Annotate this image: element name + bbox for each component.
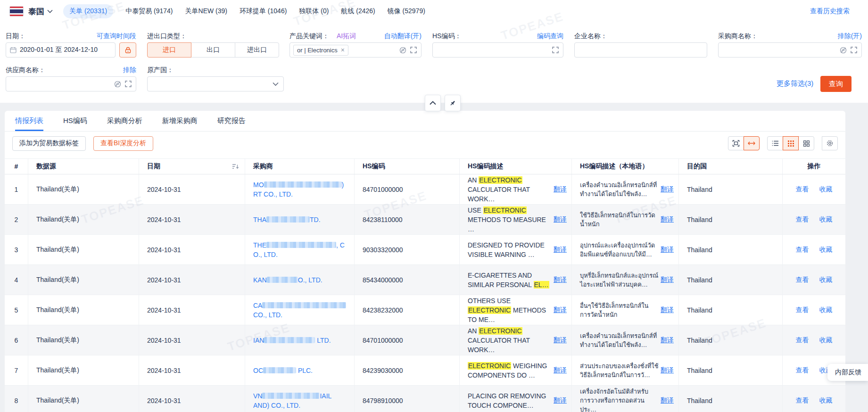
topbar-tab[interactable]: 中泰贸易 (9174)	[125, 7, 173, 16]
hs-code-lookup-link[interactable]: 编码查询	[537, 32, 563, 41]
panel-tab[interactable]: 研究报告	[217, 111, 246, 131]
view-bi-analysis-button[interactable]: 查看BI深度分析	[93, 136, 153, 151]
translate-link[interactable]: 翻译	[554, 246, 567, 254]
view-link[interactable]: 查看	[796, 215, 809, 224]
translate-link[interactable]: 翻译	[554, 366, 567, 375]
translate-link[interactable]: 翻译	[661, 276, 674, 284]
view-link[interactable]: 查看	[796, 396, 809, 405]
favorite-link[interactable]: 收藏	[819, 185, 833, 194]
topbar-tab[interactable]: 关单 (20331)	[63, 4, 113, 18]
pin-filters-button[interactable]	[445, 95, 461, 111]
expand-icon[interactable]	[125, 81, 132, 87]
translate-link[interactable]: 翻译	[554, 215, 567, 224]
cell-hs-desc-local: อุปกรณ์และเครื่องอุปกรณ์วัดอิมพีแดนซ์ที่…	[572, 235, 679, 264]
card-view-button[interactable]	[798, 136, 814, 150]
redacted-text	[264, 181, 342, 188]
country-selector[interactable]: 泰国	[28, 6, 44, 17]
origin-country-select[interactable]	[147, 76, 284, 91]
auto-translate-link[interactable]: 自动翻译(开)	[384, 32, 422, 41]
topbar-tab[interactable]: 航线 (2426)	[341, 7, 375, 16]
hs-code-input[interactable]	[432, 42, 563, 58]
translate-link[interactable]: 翻译	[661, 396, 674, 405]
buyer-link[interactable]: IAN LTD.	[253, 336, 331, 345]
buyer-name-input[interactable]	[718, 42, 862, 58]
favorite-link[interactable]: 收藏	[819, 276, 833, 284]
company-input[interactable]	[574, 42, 707, 58]
buyer-link[interactable]: THE, CO., LTD.	[253, 240, 345, 259]
keyword-input[interactable]: or | Electronics ×	[289, 42, 422, 58]
translate-link[interactable]: 翻译	[661, 366, 674, 375]
favorite-link[interactable]: 收藏	[819, 246, 833, 254]
dense-grid-view-button[interactable]	[783, 136, 799, 150]
view-link[interactable]: 查看	[796, 185, 809, 194]
buyer-link[interactable]: VNIAILAND) CO., LTD.	[253, 391, 331, 410]
pin-icon	[449, 100, 456, 107]
buyer-exclude-link[interactable]: 排除(开)	[838, 32, 862, 41]
view-link[interactable]: 查看	[796, 366, 809, 375]
buyer-link[interactable]: MO)RT CO., LTD.	[253, 180, 344, 199]
fit-width-button[interactable]	[728, 136, 744, 150]
topbar-tab[interactable]: 镜像 (52979)	[388, 7, 425, 16]
translate-link[interactable]: 翻译	[554, 336, 567, 345]
expand-icon[interactable]	[851, 47, 857, 53]
topbar-tab[interactable]: 独联体 (0)	[299, 7, 329, 16]
buyer-link[interactable]: OC PLC.	[253, 366, 313, 375]
exact-match-icon[interactable]	[114, 81, 121, 88]
date-range-input[interactable]: 2020-01-01 至 2024-12-10	[6, 42, 116, 58]
favorite-link[interactable]: 收藏	[819, 396, 833, 405]
view-link[interactable]: 查看	[796, 246, 809, 254]
exact-match-icon[interactable]	[399, 47, 406, 54]
buyer-link[interactable]: THATD.	[253, 215, 321, 224]
list-view-button[interactable]	[767, 136, 783, 150]
cell-date: 2024-10-31	[139, 235, 245, 264]
more-filters-link[interactable]: 更多筛选(3)	[777, 79, 813, 88]
trade-type-label: 进出口类型：	[147, 32, 187, 41]
date-range-hint-link[interactable]: 可查询时间段	[97, 32, 136, 41]
supplier-exclude-link[interactable]: 排除	[123, 66, 136, 74]
history-search-link[interactable]: 查看历史搜索	[810, 7, 850, 16]
translate-link[interactable]: 翻译	[554, 306, 567, 314]
translate-link[interactable]: 翻译	[661, 246, 674, 254]
translate-link[interactable]: 翻译	[554, 396, 567, 405]
table-settings-button[interactable]	[822, 136, 838, 150]
translate-link[interactable]: 翻译	[554, 185, 567, 194]
translate-link[interactable]: 翻译	[661, 185, 674, 194]
trade-type-option[interactable]: 进口	[147, 42, 191, 58]
buyer-link[interactable]: CACO., LTD.	[253, 301, 346, 320]
tag-close-icon[interactable]: ×	[341, 47, 345, 53]
expand-icon[interactable]	[552, 47, 559, 53]
favorite-link[interactable]: 收藏	[819, 336, 833, 345]
internal-feedback-tab[interactable]: 内部反馈	[827, 364, 868, 381]
translate-link[interactable]: 翻译	[554, 276, 567, 284]
panel-tab[interactable]: 情报列表	[15, 111, 43, 131]
favorite-link[interactable]: 收藏	[819, 306, 833, 314]
view-link[interactable]: 查看	[796, 336, 809, 345]
panel-tab[interactable]: HS编码	[63, 111, 87, 131]
translate-link[interactable]: 翻译	[661, 215, 674, 224]
add-trade-tag-button[interactable]: 添加为贸易数据标签	[12, 136, 86, 151]
supplier-input[interactable]	[6, 76, 136, 91]
translate-link[interactable]: 翻译	[661, 306, 674, 314]
date-lock-button[interactable]	[119, 42, 136, 58]
topbar-tab[interactable]: 环球提单 (1046)	[240, 7, 287, 16]
translate-link[interactable]: 翻译	[661, 336, 674, 345]
view-link[interactable]: 查看	[796, 306, 809, 314]
trade-type-option[interactable]: 出口	[191, 42, 235, 58]
buyer-link[interactable]: KANO., LTD.	[253, 275, 322, 285]
expand-icon[interactable]	[410, 47, 417, 53]
collapse-filters-button[interactable]	[425, 95, 441, 111]
cell-hs-desc: E-CIGARETTES AND SIMILAR PERSONAL EL…翻译	[460, 265, 572, 295]
ai-expand-link[interactable]: AI拓词	[337, 32, 356, 41]
chevron-down-icon[interactable]	[47, 9, 53, 13]
hs-description-local: เครื่องคำนวณอิเล็กทรอนิกส์ที่ทำงานได้โดย…	[580, 181, 661, 198]
topbar-tab[interactable]: 关单NEW (39)	[185, 7, 227, 16]
search-button[interactable]: 查询	[820, 76, 851, 92]
stretch-width-button[interactable]	[744, 136, 760, 150]
panel-tab[interactable]: 新增采购商	[162, 111, 198, 131]
favorite-link[interactable]: 收藏	[819, 215, 833, 224]
view-link[interactable]: 查看	[796, 276, 809, 284]
panel-tab[interactable]: 采购商分析	[107, 111, 142, 131]
sort-icon[interactable]	[232, 164, 239, 170]
exact-match-icon[interactable]	[840, 47, 847, 54]
trade-type-option[interactable]: 进出口	[235, 42, 279, 58]
